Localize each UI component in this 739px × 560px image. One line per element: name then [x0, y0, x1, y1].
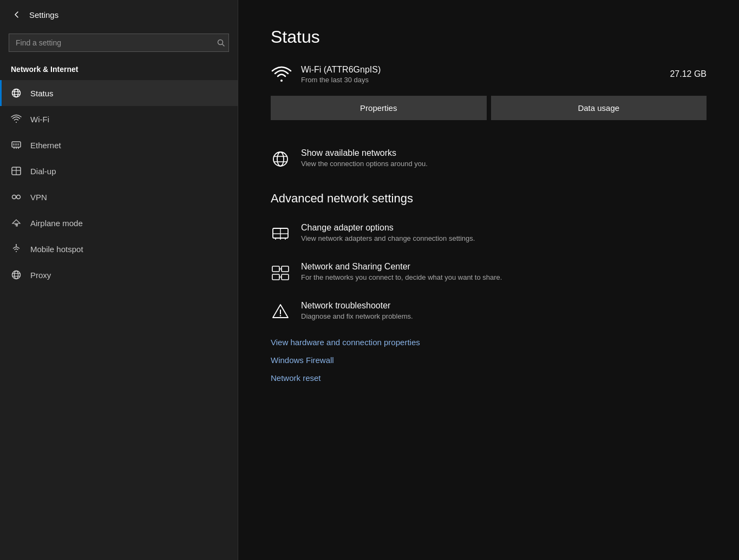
sharing-text: Network and Sharing Center For the netwo…: [301, 262, 502, 281]
troubleshooter-item[interactable]: Network troubleshooter Diagnose and fix …: [271, 294, 707, 328]
sidebar-item-hotspot[interactable]: Mobile hotspot: [0, 236, 238, 262]
wifi-status-card: Wi-Fi (ATTR6GnpIS) From the last 30 days…: [271, 63, 707, 85]
sidebar-item-wifi-label: Wi-Fi: [30, 115, 49, 124]
svg-rect-37: [272, 266, 279, 272]
search-input[interactable]: [9, 34, 229, 52]
sidebar-header: Settings: [0, 0, 238, 29]
show-networks-title: Show available networks: [301, 148, 428, 158]
data-usage-button[interactable]: Data usage: [491, 96, 707, 120]
troubleshooter-text: Network troubleshooter Diagnose and fix …: [301, 301, 413, 320]
svg-point-18: [17, 195, 21, 199]
svg-rect-39: [272, 274, 279, 280]
sidebar-item-dialup[interactable]: Dial-up: [0, 158, 238, 184]
sidebar-item-ethernet[interactable]: Ethernet: [0, 132, 238, 158]
advanced-heading: Advanced network settings: [271, 192, 707, 206]
svg-point-23: [12, 271, 21, 279]
troubleshooter-icon: [271, 302, 290, 321]
sidebar-item-hotspot-label: Mobile hotspot: [30, 245, 83, 254]
hardware-properties-link[interactable]: View hardware and connection properties: [271, 333, 707, 351]
adapter-icon: [271, 224, 290, 243]
wifi-actions: Properties Data usage: [271, 96, 707, 120]
troubleshooter-title: Network troubleshooter: [301, 301, 413, 311]
section-label: Network & Internet: [0, 61, 238, 80]
sidebar: Settings Network & Internet Status: [0, 0, 238, 560]
globe-icon: [11, 88, 22, 98]
adapter-text: Change adapter options View network adap…: [301, 223, 475, 242]
sidebar-item-ethernet-label: Ethernet: [30, 141, 61, 150]
sharing-title: Network and Sharing Center: [301, 262, 502, 272]
show-networks-sub: View the connection options around you.: [301, 160, 428, 168]
sharing-sub: For the networks you connect to, decide …: [301, 273, 502, 281]
sidebar-item-status[interactable]: Status: [0, 80, 238, 106]
sharing-icon: [271, 263, 290, 282]
adapter-title: Change adapter options: [301, 223, 475, 233]
svg-point-27: [273, 152, 287, 166]
sidebar-item-proxy-label: Proxy: [30, 271, 51, 280]
hotspot-icon: [11, 243, 22, 254]
svg-rect-6: [12, 142, 21, 147]
page-title: Status: [271, 27, 707, 47]
properties-button[interactable]: Properties: [271, 96, 487, 120]
svg-point-28: [277, 152, 284, 166]
sidebar-item-proxy[interactable]: Proxy: [0, 262, 238, 288]
vpn-icon: [11, 192, 22, 202]
main-content: Status Wi-Fi (ATTR6GnpIS) From the last …: [238, 0, 739, 560]
adapter-sub: View network adapters and change connect…: [301, 234, 475, 242]
wifi-text: Wi-Fi (ATTR6GnpIS) From the last 30 days: [301, 65, 381, 84]
networks-icon: [271, 149, 290, 169]
adapter-options-item[interactable]: Change adapter options View network adap…: [271, 216, 707, 250]
svg-rect-38: [282, 266, 289, 272]
svg-point-17: [12, 195, 16, 199]
wifi-status-icon: [271, 63, 292, 85]
proxy-globe-icon: [11, 269, 22, 280]
sidebar-item-airplane-label: Airplane mode: [30, 219, 83, 228]
dialup-icon: [11, 166, 22, 176]
svg-point-2: [12, 89, 21, 97]
sidebar-item-status-label: Status: [30, 89, 54, 98]
troubleshooter-sub: Diagnose and fix network problems.: [301, 312, 413, 320]
ethernet-icon: [11, 140, 22, 150]
show-networks-text: Show available networks View the connect…: [301, 148, 428, 168]
sidebar-item-wifi[interactable]: Wi-Fi: [0, 106, 238, 132]
sidebar-item-airplane[interactable]: Airplane mode: [0, 210, 238, 236]
svg-rect-40: [282, 274, 289, 280]
wifi-name: Wi-Fi (ATTR6GnpIS): [301, 65, 381, 75]
sidebar-item-vpn[interactable]: VPN: [0, 184, 238, 210]
wifi-info: Wi-Fi (ATTR6GnpIS) From the last 30 days: [271, 63, 381, 85]
search-button[interactable]: [217, 39, 225, 47]
wifi-sub: From the last 30 days: [301, 76, 381, 84]
wifi-data-usage: 27.12 GB: [670, 69, 707, 79]
firewall-link[interactable]: Windows Firewall: [271, 351, 707, 369]
sharing-center-item[interactable]: Network and Sharing Center For the netwo…: [271, 255, 707, 289]
wifi-icon: [11, 114, 22, 124]
back-button[interactable]: [11, 9, 23, 21]
network-reset-link[interactable]: Network reset: [271, 369, 707, 387]
svg-point-22: [16, 244, 17, 245]
sidebar-item-dialup-label: Dial-up: [30, 167, 56, 176]
settings-title: Settings: [29, 10, 58, 19]
svg-point-24: [15, 271, 18, 279]
airplane-icon: [11, 218, 22, 228]
svg-point-3: [15, 89, 18, 97]
sidebar-item-vpn-label: VPN: [30, 193, 47, 202]
show-networks-item[interactable]: Show available networks View the connect…: [271, 142, 707, 175]
svg-line-1: [223, 44, 225, 47]
search-box: [9, 34, 229, 52]
svg-point-44: [280, 315, 281, 316]
